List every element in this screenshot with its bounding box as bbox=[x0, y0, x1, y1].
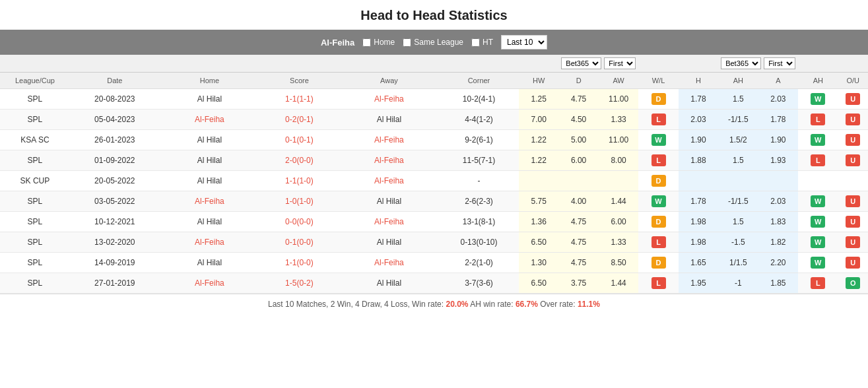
cell-ah: 1/1.5 bbox=[718, 253, 758, 273]
cell-ah2: W bbox=[798, 212, 838, 232]
ou-badge: U bbox=[846, 236, 860, 248]
ah-prefix: AH win rate: bbox=[469, 300, 516, 309]
table-row: SPL 20-08-2023 Al Hilal 1-1(1-1) Al-Feih… bbox=[0, 89, 868, 110]
cell-wl: W bbox=[638, 130, 678, 150]
cell-a: 2.03 bbox=[758, 89, 798, 110]
col-a-header: A bbox=[758, 73, 798, 89]
cell-date: 05-04-2023 bbox=[70, 110, 160, 130]
cell-date: 20-08-2023 bbox=[70, 89, 160, 110]
home-filter[interactable]: Home bbox=[362, 38, 395, 47]
cell-score: 1-1(0-0) bbox=[259, 253, 339, 273]
cell-ah2: L bbox=[798, 150, 838, 171]
ht-filter[interactable]: HT bbox=[471, 38, 493, 47]
cell-ah2: W bbox=[798, 253, 838, 273]
table-body: SPL 20-08-2023 Al Hilal 1-1(1-1) Al-Feih… bbox=[0, 89, 868, 294]
cell-ah: 1.5/2 bbox=[718, 130, 758, 150]
cell-ou: U bbox=[838, 232, 868, 253]
col-h-header: H bbox=[679, 73, 718, 89]
cell-away[interactable]: Al-Feiha bbox=[339, 253, 439, 273]
col-ah-header: AH bbox=[718, 73, 758, 89]
cell-ah2: L bbox=[798, 273, 838, 294]
odds-group-1-header: Bet365 Other First Last bbox=[519, 55, 679, 73]
cell-home[interactable]: Al-Feiha bbox=[160, 110, 259, 130]
same-league-filter[interactable]: Same League bbox=[403, 38, 463, 47]
range-select[interactable]: Last 10 Last 20 All bbox=[501, 35, 547, 49]
wl-badge: D bbox=[651, 175, 666, 187]
ht-checkbox[interactable] bbox=[471, 38, 480, 47]
cell-a: 1.90 bbox=[758, 130, 798, 150]
table-row: SPL 27-01-2019 Al-Feiha 1-5(0-2) Al Hila… bbox=[0, 273, 868, 294]
table-row: SPL 05-04-2023 Al-Feiha 0-2(0-1) Al Hila… bbox=[0, 110, 868, 130]
cell-aw: 1.44 bbox=[599, 273, 638, 294]
wl-badge: D bbox=[651, 257, 666, 269]
cell-hw bbox=[519, 171, 558, 191]
cell-d: 4.75 bbox=[558, 89, 598, 110]
cell-hw: 1.30 bbox=[519, 253, 558, 273]
footer-stats: Last 10 Matches, 2 Win, 4 Draw, 4 Loss, … bbox=[0, 294, 868, 314]
cell-d: 4.75 bbox=[558, 212, 598, 232]
cell-away[interactable]: Al-Feiha bbox=[339, 89, 439, 110]
first-select-2[interactable]: First Last bbox=[764, 57, 795, 69]
stats-table-container: Bet365 Other First Last Bet365 Other bbox=[0, 55, 868, 294]
cell-d: 4.50 bbox=[558, 110, 598, 130]
odds-provider-2-select[interactable]: Bet365 Other bbox=[721, 57, 761, 69]
cell-away[interactable]: Al-Feiha bbox=[339, 150, 439, 171]
wl-badge: L bbox=[811, 154, 825, 166]
cell-date: 27-01-2019 bbox=[70, 273, 160, 294]
cell-home[interactable]: Al-Feiha bbox=[160, 191, 259, 212]
cell-aw: 1.44 bbox=[599, 191, 638, 212]
cell-ou: O bbox=[838, 273, 868, 294]
home-checkbox[interactable] bbox=[362, 38, 371, 47]
cell-away: Al Hilal bbox=[339, 191, 439, 212]
cell-h: 1.90 bbox=[679, 130, 718, 150]
cell-league: SPL bbox=[0, 212, 70, 232]
cell-h: 1.95 bbox=[679, 273, 718, 294]
cell-h: 1.65 bbox=[679, 253, 718, 273]
table-row: SPL 14-09-2019 Al Hilal 1-1(0-0) Al-Feih… bbox=[0, 253, 868, 273]
cell-ou: U bbox=[838, 150, 868, 171]
cell-date: 20-05-2022 bbox=[70, 171, 160, 191]
cell-league: KSA SC bbox=[0, 130, 70, 150]
wl-badge: D bbox=[651, 93, 666, 105]
cell-d: 6.00 bbox=[558, 150, 598, 171]
cell-corner: 13-1(8-1) bbox=[439, 212, 519, 232]
over-prefix: Over rate: bbox=[538, 300, 578, 309]
ou-header-spacer bbox=[838, 55, 868, 73]
team-name: Al-Feiha bbox=[321, 38, 354, 48]
cell-away[interactable]: Al-Feiha bbox=[339, 130, 439, 150]
cell-home: Al Hilal bbox=[160, 150, 259, 171]
wl-badge: W bbox=[811, 93, 825, 105]
wl-badge: W bbox=[651, 195, 666, 207]
cell-away[interactable]: Al-Feiha bbox=[339, 212, 439, 232]
cell-hw: 6.50 bbox=[519, 232, 558, 253]
cell-h: 1.78 bbox=[679, 191, 718, 212]
cell-corner: 3-7(3-6) bbox=[439, 273, 519, 294]
cell-d bbox=[558, 171, 598, 191]
cell-a: 1.85 bbox=[758, 273, 798, 294]
odds-provider-1-select[interactable]: Bet365 Other bbox=[561, 57, 601, 69]
cell-league: SPL bbox=[0, 253, 70, 273]
ou-badge: U bbox=[846, 113, 860, 125]
ou-badge: U bbox=[846, 154, 860, 166]
cell-away[interactable]: Al-Feiha bbox=[339, 171, 439, 191]
col-d-header: D bbox=[558, 73, 598, 89]
col-home-header: Home bbox=[160, 73, 259, 89]
cell-league: SPL bbox=[0, 273, 70, 294]
cell-ou: U bbox=[838, 130, 868, 150]
cell-a: 1.82 bbox=[758, 232, 798, 253]
cell-h: 2.03 bbox=[679, 110, 718, 130]
same-league-checkbox[interactable] bbox=[403, 38, 411, 47]
wl-badge: W bbox=[811, 195, 825, 207]
cell-a bbox=[758, 171, 798, 191]
table-row: SPL 03-05-2022 Al-Feiha 1-0(1-0) Al Hila… bbox=[0, 191, 868, 212]
cell-home[interactable]: Al-Feiha bbox=[160, 273, 259, 294]
cell-corner: 4-4(1-2) bbox=[439, 110, 519, 130]
ou-badge: U bbox=[846, 134, 860, 146]
first-select-1[interactable]: First Last bbox=[604, 57, 636, 69]
cell-ah: -1/1.5 bbox=[718, 191, 758, 212]
cell-date: 13-02-2020 bbox=[70, 232, 160, 253]
cell-h: 1.98 bbox=[679, 212, 718, 232]
cell-ah2: W bbox=[798, 130, 838, 150]
cell-home[interactable]: Al-Feiha bbox=[160, 232, 259, 253]
cell-league: SPL bbox=[0, 89, 70, 110]
